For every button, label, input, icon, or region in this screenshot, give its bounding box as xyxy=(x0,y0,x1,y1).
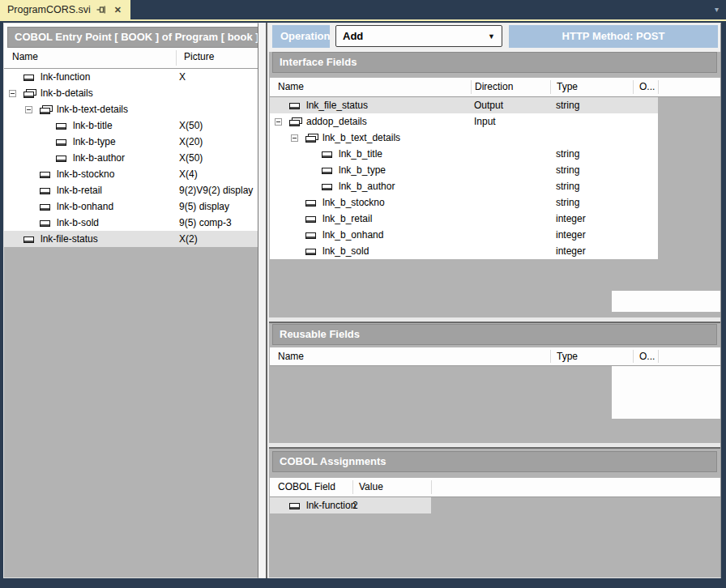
application-window: ProgramCORS.svi ✕ ▾ COBOL Entry Point [ … xyxy=(0,0,726,588)
collapse-toggle-icon[interactable] xyxy=(25,106,32,113)
field-icon xyxy=(305,232,318,239)
close-icon[interactable]: ✕ xyxy=(113,5,123,15)
cobol-assignments-body: lnk-function 2 xyxy=(270,497,431,513)
tree-row-lnk_b_onhand[interactable]: lnk_b_onhand integer xyxy=(270,227,658,243)
tree-row-lnk-b-sold[interactable]: lnk-b-sold 9(5) comp-3 xyxy=(4,215,258,231)
column-header-type[interactable]: Type xyxy=(557,351,578,362)
tree-row-lnk-function[interactable]: lnk-function 2 xyxy=(270,497,431,513)
column-header-occurs[interactable]: O... xyxy=(639,351,655,362)
field-name: lnk-b-stockno xyxy=(57,168,114,180)
tree-row-lnk_b_type[interactable]: lnk_b_type string xyxy=(270,162,658,178)
field-name: lnk-file-status xyxy=(41,233,98,245)
tree-row-lnk-b-stockno[interactable]: lnk-b-stockno X(4) xyxy=(4,166,258,182)
tab-programcors-svi[interactable]: ProgramCORS.svi ✕ xyxy=(0,0,130,19)
tree-row-addop_details[interactable]: addop_details Input xyxy=(270,113,658,130)
tree-row-lnk-b-retail[interactable]: lnk-b-retail 9(2)V9(2) display xyxy=(4,182,258,198)
field-icon xyxy=(289,502,302,509)
column-divider[interactable] xyxy=(633,80,634,94)
tree-row-lnk-b-type[interactable]: lnk-b-type X(20) xyxy=(4,134,258,150)
column-divider[interactable] xyxy=(471,80,472,94)
tree-row-lnk-b-title[interactable]: lnk-b-title X(50) xyxy=(4,117,258,134)
field-name: lnk_b_stockno xyxy=(322,197,385,208)
tree-row-lnk_b_text_details[interactable]: lnk_b_text_details xyxy=(270,130,658,146)
field-type: string xyxy=(556,148,579,160)
field-icon xyxy=(40,203,53,211)
section-splitter[interactable] xyxy=(269,317,720,323)
column-header-occurs[interactable]: O... xyxy=(639,81,655,92)
tab-overflow-caret-icon[interactable]: ▾ xyxy=(715,6,719,14)
column-header-picture[interactable]: Picture xyxy=(184,51,214,62)
field-icon xyxy=(56,138,69,146)
column-divider[interactable] xyxy=(431,480,432,494)
field-type: string xyxy=(556,164,579,176)
column-header-direction[interactable]: Direction xyxy=(475,81,513,92)
collapse-toggle-icon[interactable] xyxy=(275,118,282,126)
field-icon xyxy=(23,236,36,243)
tree-row-lnk_file_status[interactable]: lnk_file_status Outputstring xyxy=(270,97,658,113)
interface-fields-header: Interface Fields xyxy=(272,52,717,73)
collapse-toggle-icon[interactable] xyxy=(9,90,16,97)
column-header-name[interactable]: Name xyxy=(278,351,304,362)
column-divider[interactable] xyxy=(658,350,659,363)
column-header-cobol-field[interactable]: COBOL Field xyxy=(278,481,335,492)
tree-row-lnk-b-text-details[interactable]: lnk-b-text-details xyxy=(4,101,258,117)
field-type: integer xyxy=(556,245,586,257)
tree-row-lnk_b_retail[interactable]: lnk_b_retail integer xyxy=(270,211,658,227)
field-name: lnk_b_onhand xyxy=(322,229,383,241)
pin-icon[interactable] xyxy=(96,5,107,15)
section-splitter[interactable] xyxy=(269,443,720,449)
tree-row-lnk_b_title[interactable]: lnk_b_title string xyxy=(270,146,658,162)
operation-label: Operation xyxy=(272,25,330,48)
tree-row-lnk-function[interactable]: lnk-function X xyxy=(4,69,258,85)
field-picture: X xyxy=(179,71,186,83)
field-name: lnk_b_sold xyxy=(322,245,369,257)
collapse-toggle-icon[interactable] xyxy=(291,134,298,142)
tree-row-lnk_b_author[interactable]: lnk_b_author string xyxy=(270,178,658,194)
column-divider[interactable] xyxy=(176,50,177,66)
panel-splitter[interactable] xyxy=(258,23,267,578)
expander-slot xyxy=(275,118,289,126)
field-name: lnk-b-retail xyxy=(57,185,102,196)
field-icon xyxy=(40,187,53,194)
tree-row-lnk-b-details[interactable]: lnk-b-details xyxy=(4,85,258,101)
interface-fields-body: lnk_file_status Outputstring addop_detai… xyxy=(270,97,658,259)
cobol-entry-point-header: COBOL Entry Point [ BOOK ] of Program [ … xyxy=(7,27,258,48)
column-header-name[interactable]: Name xyxy=(12,51,38,62)
field-name: lnk_b_type xyxy=(339,164,386,176)
group-field-icon xyxy=(40,105,53,114)
column-divider[interactable] xyxy=(633,350,634,363)
tree-row-lnk-b-author[interactable]: lnk-b-author X(50) xyxy=(4,150,258,166)
tree-row-lnk_b_stockno[interactable]: lnk_b_stockno string xyxy=(270,194,658,211)
field-icon xyxy=(305,248,318,255)
column-header-type[interactable]: Type xyxy=(557,81,578,92)
field-type: string xyxy=(556,100,579,111)
column-header-name[interactable]: Name xyxy=(278,81,304,92)
column-divider[interactable] xyxy=(658,80,659,94)
cobol-tree-body: lnk-function X lnk-b-details lnk-b-text-… xyxy=(4,69,258,247)
column-divider[interactable] xyxy=(352,480,353,494)
field-icon xyxy=(322,167,335,174)
field-name: addop_details xyxy=(306,116,367,127)
cobol-assignments-header: COBOL Assignments xyxy=(272,451,717,472)
field-name: lnk_b_retail xyxy=(322,213,372,224)
field-name: lnk_b_text_details xyxy=(322,132,400,143)
operation-dropdown[interactable]: Add ▼ xyxy=(335,25,502,47)
field-icon xyxy=(289,102,302,109)
column-divider[interactable] xyxy=(550,350,551,363)
field-name: lnk-function xyxy=(306,500,356,511)
column-divider[interactable] xyxy=(550,80,551,94)
field-type: string xyxy=(556,181,579,192)
reusable-fields-header: Reusable Fields xyxy=(272,324,717,345)
field-name: lnk-b-details xyxy=(41,87,93,99)
tree-row-lnk-file-status[interactable]: lnk-file-status X(2) xyxy=(4,231,258,247)
tree-row-lnk-b-onhand[interactable]: lnk-b-onhand 9(5) display xyxy=(4,198,258,215)
field-icon xyxy=(23,74,36,81)
tree-row-lnk_b_sold[interactable]: lnk_b_sold integer xyxy=(270,243,658,259)
column-header-value[interactable]: Value xyxy=(359,481,383,492)
http-method-badge: HTTP Method: POST xyxy=(509,25,718,48)
document-tab-strip: ProgramCORS.svi ✕ ▾ xyxy=(0,0,726,21)
expander-slot xyxy=(25,106,40,113)
field-icon xyxy=(40,219,53,227)
assignment-value: 2 xyxy=(352,500,358,511)
expander-slot xyxy=(9,90,23,97)
